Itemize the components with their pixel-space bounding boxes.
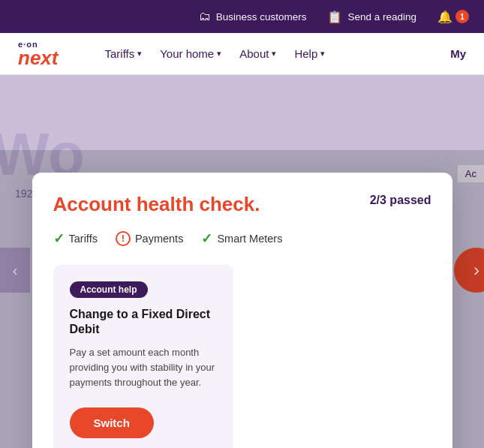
- logo-next-text: next: [18, 49, 58, 68]
- health-check-modal: Account health check. 2/3 passed ✓ Tarif…: [32, 173, 452, 448]
- business-icon: 🗂: [199, 10, 211, 23]
- nav-items: Tariffs ▾ Your home ▾ About ▾ Help ▾: [97, 43, 426, 65]
- nav-item-about[interactable]: About ▾: [232, 43, 284, 65]
- your-home-label: Your home: [160, 47, 214, 60]
- main-background: Wo 192 G Ac ‹ › t paympaymentment iss af…: [0, 75, 484, 448]
- tariffs-check-icon: ✓: [53, 230, 65, 247]
- modal-header: Account health check. 2/3 passed: [53, 194, 431, 215]
- meter-icon: 📋: [327, 10, 342, 24]
- modal-overlay: Account health check. 2/3 passed ✓ Tarif…: [0, 150, 484, 448]
- your-home-chevron-icon: ▾: [217, 49, 221, 59]
- top-bar: 🗂 Business customers 📋 Send a reading 🔔 …: [0, 0, 484, 33]
- tariffs-check-label: Tariffs: [69, 233, 98, 245]
- sub-card-description: Pay a set amount each month providing yo…: [70, 345, 217, 390]
- account-help-badge: Account help: [70, 281, 148, 298]
- passed-count: 2/3 passed: [370, 194, 431, 207]
- bell-icon: 🔔: [437, 10, 452, 24]
- notification-bell[interactable]: 🔔 1: [437, 10, 469, 24]
- send-reading-link[interactable]: 📋 Send a reading: [327, 10, 416, 24]
- nav-item-help[interactable]: Help ▾: [287, 43, 332, 65]
- about-label: About: [239, 47, 269, 60]
- about-chevron-icon: ▾: [272, 49, 276, 59]
- modal-title: Account health check.: [53, 194, 260, 215]
- nav-item-your-home[interactable]: Your home ▾: [152, 43, 229, 65]
- send-reading-label: Send a reading: [347, 11, 416, 23]
- help-label: Help: [294, 47, 317, 60]
- business-customers-label: Business customers: [216, 11, 307, 23]
- check-tariffs: ✓ Tariffs: [53, 230, 98, 247]
- my-label: My: [450, 47, 466, 60]
- nav-my-account[interactable]: My: [450, 47, 466, 60]
- check-smart-meters: ✓ Smart Meters: [201, 230, 282, 247]
- smart-meters-check-label: Smart Meters: [217, 233, 282, 245]
- sub-card-title: Change to a Fixed Direct Debit: [70, 307, 217, 338]
- smart-meters-check-icon: ✓: [201, 230, 212, 247]
- notification-badge: 1: [455, 10, 469, 23]
- logo[interactable]: e·on next: [18, 41, 58, 68]
- nav-item-tariffs[interactable]: Tariffs ▾: [97, 43, 149, 65]
- help-chevron-icon: ▾: [320, 49, 325, 59]
- account-help-card: Account help Change to a Fixed Direct De…: [53, 265, 233, 448]
- health-checks: ✓ Tariffs ! Payments ✓ Smart Meters: [53, 230, 431, 247]
- tariffs-chevron-icon: ▾: [137, 49, 142, 59]
- switch-button[interactable]: Switch: [70, 407, 154, 438]
- business-customers-link[interactable]: 🗂 Business customers: [199, 10, 307, 23]
- tariffs-label: Tariffs: [104, 47, 134, 60]
- nav-bar: e·on next Tariffs ▾ Your home ▾ About ▾ …: [0, 33, 484, 75]
- payments-warning-icon: !: [116, 231, 131, 246]
- check-payments: ! Payments: [116, 231, 183, 246]
- payments-check-label: Payments: [135, 233, 183, 245]
